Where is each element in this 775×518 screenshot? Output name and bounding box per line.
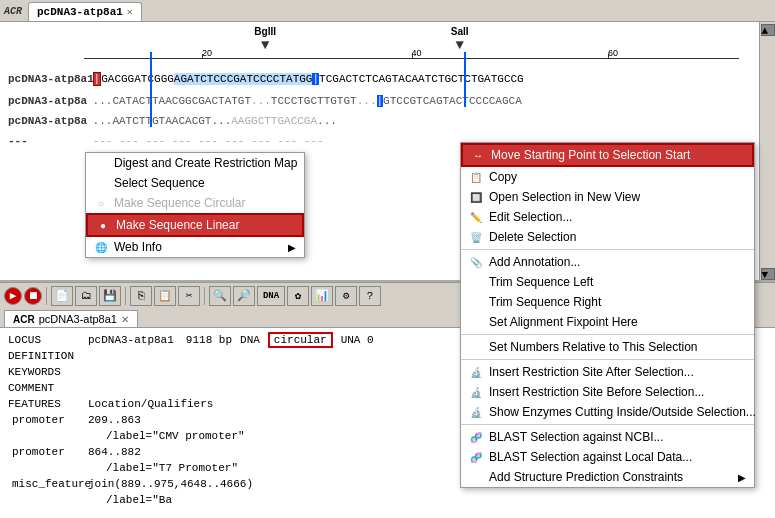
vertical-scrollbar[interactable]: ▲ ▼ [759,22,775,280]
trim-left-icon [469,275,483,289]
web-icon: 🌐 [94,240,108,254]
toolbar-help-btn[interactable]: ? [359,286,381,306]
toolbar-paste-btn[interactable]: 📋 [154,286,176,306]
separator-3 [461,359,754,360]
toolbar-settings-btn[interactable]: ⚙ [335,286,357,306]
scroll-down-btn[interactable]: ▼ [761,268,775,280]
locus-size: 9118 bp [186,332,232,348]
seq-line-1: pcDNA3-atp8a1 |GACGGATCGGGAGATCTCCCGATCC… [4,70,755,88]
structure-icon [469,470,483,484]
toolbar-enzymes-btn[interactable]: ✿ [287,286,309,306]
feature-qual-key-2 [8,460,88,476]
features-col-header: Location/Qualifiers [88,396,213,412]
scroll-up-btn[interactable]: ▲ [761,24,775,36]
feature-loc-3: join(889..975,4648..4666) [88,476,253,492]
feature-loc-1: 209..863 [88,412,141,428]
feature-qual-val-2: /label="T7 Promoter" [88,460,238,476]
menu-item-open-selection[interactable]: 🔲 Open Selection in New View [461,187,754,207]
insert-after-icon: 🔬 [469,365,483,379]
toolbar-save-btn[interactable]: 💾 [99,286,121,306]
toolbar-open-btn[interactable]: 🗂 [75,286,97,306]
sali-arrow: ▼ [455,37,463,53]
right-context-menu: ↔ Move Starting Point to Selection Start… [460,142,755,488]
toolbar-copy-btn[interactable]: ⎘ [130,286,152,306]
menu-item-make-linear[interactable]: ● Make Sequence Linear [86,213,304,237]
trim-right-icon [469,295,483,309]
feature-qual-key-1 [8,428,88,444]
tab-label: pcDNA3-atp8a1 [37,6,123,18]
feature-qual-3: /label="Ba [8,492,767,508]
digest-icon [94,156,108,170]
menu-item-trim-left[interactable]: Trim Sequence Left [461,272,754,292]
locus-name: pcDNA3-atp8a1 [88,332,174,348]
set-numbers-icon [469,340,483,354]
seq-highlighted: AGATCTCCCGATCCCCTATGG [174,73,313,85]
seq-label-3: pcDNA3-atp8a [8,113,86,129]
circular-icon: ○ [94,196,108,210]
bglii-arrow: ▼ [261,37,269,53]
locus-key: LOCUS [8,332,88,348]
show-enzymes-icon: 🔬 [469,405,483,419]
menu-item-trim-right[interactable]: Trim Sequence Right [461,292,754,312]
menu-item-make-circular: ○ Make Sequence Circular [86,193,304,213]
menu-item-edit-selection[interactable]: ✏️ Edit Selection... [461,207,754,227]
toolbar-zoom-in-btn[interactable]: 🔍 [209,286,231,306]
menu-item-insert-before[interactable]: 🔬 Insert Restriction Site Before Selecti… [461,382,754,402]
menu-item-delete-selection[interactable]: 🗑️ Delete Selection [461,227,754,247]
bottom-tab-sequence[interactable]: ACR pcDNA3-atp8a1 ✕ [4,310,138,327]
toolbar-dna-btn[interactable]: DNA [257,286,285,306]
toolbar-new-btn[interactable]: 📄 [51,286,73,306]
seq-selected-blue: | [312,73,319,85]
menu-item-show-enzymes[interactable]: 🔬 Show Enzymes Cutting Inside/Outside Se… [461,402,754,422]
toolbar-zoom-out-btn[interactable]: 🔎 [233,286,255,306]
bottom-tab-close[interactable]: ✕ [121,314,129,325]
seq-label-1: pcDNA3-atp8a1 [8,71,86,87]
menu-item-add-annotation[interactable]: 📎 Add Annotation... [461,252,754,272]
toolbar-stop-btn[interactable]: ⏹ [24,287,42,305]
open-selection-icon: 🔲 [469,190,483,204]
seq-bracket-left: | [93,72,102,86]
menu-item-move-start[interactable]: ↔ Move Starting Point to Selection Start [461,143,754,167]
blast-local-icon: 🧬 [469,450,483,464]
definition-key: DEFINITION [8,348,88,364]
comment-key: COMMENT [8,380,88,396]
feature-loc-2: 864..882 [88,444,141,460]
keywords-key: KEYWORDS [8,364,88,380]
submenu-arrow: ▶ [288,242,296,253]
menu-item-structure-pred[interactable]: Add Structure Prediction Constraints ▶ [461,467,754,487]
separator-2 [461,334,754,335]
select-seq-icon [94,176,108,190]
toolbar-run-btn[interactable]: ▶ [4,287,22,305]
menu-item-blast-ncbi[interactable]: 🧬 BLAST Selection against NCBI... [461,427,754,447]
edit-selection-icon: ✏️ [469,210,483,224]
annotation-icon: 📎 [469,255,483,269]
sequence-tab[interactable]: pcDNA3-atp8a1 ✕ [28,2,142,21]
tab-close-icon[interactable]: ✕ [127,6,133,18]
bottom-tab-label: pcDNA3-atp8a1 [39,313,117,325]
fixpoint-icon [469,315,483,329]
toolbar-sep-1 [46,287,47,305]
toolbar-cut-btn[interactable]: ✂ [178,286,200,306]
menu-item-blast-local[interactable]: 🧬 BLAST Selection against Local Data... [461,447,754,467]
toolbar-graph-btn[interactable]: 📊 [311,286,333,306]
feature-qual-key-3 [8,492,88,508]
sequence-area: 20 40 60 BglII ▼ SalI ▼ [0,22,775,282]
menu-item-select-seq[interactable]: Select Sequence [86,173,304,193]
structure-submenu-arrow: ▶ [738,472,746,483]
menu-item-web-info[interactable]: 🌐 Web Info ▶ [86,237,304,257]
separator-4 [461,424,754,425]
seq-label-2: pcDNA3-atp8a [8,93,86,109]
menu-item-set-numbers[interactable]: Set Numbers Relative to This Selection [461,337,754,357]
move-start-icon: ↔ [471,148,485,162]
menu-item-set-fixpoint[interactable]: Set Alignment Fixpoint Here [461,312,754,332]
menu-item-insert-after[interactable]: 🔬 Insert Restriction Site After Selectio… [461,362,754,382]
menu-item-copy[interactable]: 📋 Copy [461,167,754,187]
toolbar-sep-2 [125,287,126,305]
separator-1 [461,249,754,250]
feature-type-1: promoter [8,412,88,428]
menu-item-digest[interactable]: Digest and Create Restriction Map [86,153,304,173]
blast-ncbi-icon: 🧬 [469,430,483,444]
feature-type-2: promoter [8,444,88,460]
feature-qual-val-3: /label="Ba [88,492,172,508]
seq-line-3: pcDNA3-atp8a ...AATCTTGTAACACGT...AAGGCT… [4,112,755,130]
